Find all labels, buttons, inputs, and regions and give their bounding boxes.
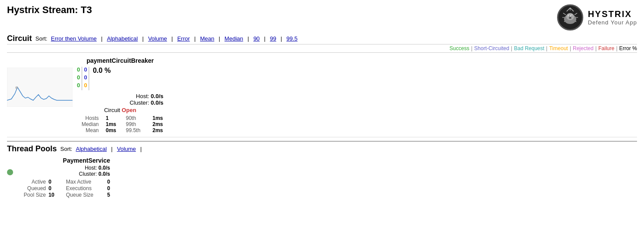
mean-label: Mean — [77, 127, 99, 133]
counter-orange-1: 0 — [84, 82, 87, 89]
sort-error-volume[interactable]: Error then Volume — [51, 35, 97, 42]
pool-size-row: Pool Size 10 — [17, 192, 57, 198]
stats-row-mean: Mean 0ms 99.5th 2ms — [77, 127, 163, 133]
counter-blue-2: 0 — [84, 74, 87, 82]
counter-green-3: 0 — [77, 82, 80, 89]
sort-mean[interactable]: Mean — [200, 35, 215, 42]
legend-success: Success — [450, 45, 469, 51]
counter-blue-1: 0 — [84, 66, 87, 74]
sort-median[interactable]: Median — [225, 35, 243, 42]
circuit-sort-label: Sort: — [35, 35, 47, 42]
counter-col-green: 0 0 0 — [77, 66, 80, 90]
svg-point-17 — [570, 17, 571, 18]
legend-bad-request: Bad Request — [514, 45, 544, 51]
logo-subtitle: Defend Your App — [588, 19, 637, 26]
svg-point-15 — [571, 16, 572, 17]
sort-90[interactable]: 90 — [253, 35, 260, 42]
active-label: Active — [17, 179, 46, 185]
pool-stats-right: Max Active 0 Executions 0 Queue Size 5 — [66, 179, 110, 198]
counter-col-blue: 0 0 0 — [84, 66, 87, 90]
circuit-name: paymentCircuitBreaker — [77, 57, 163, 64]
pool-max-active-row: Max Active 0 — [66, 179, 110, 185]
legend-failure: Failure — [599, 45, 615, 51]
median-value: 1ms — [106, 121, 119, 127]
svg-point-14 — [569, 16, 570, 17]
p90-value: 1ms — [152, 115, 163, 121]
legend-row: Success | Short-Circuited | Bad Request … — [7, 44, 637, 53]
stats-row-median: Median 1ms 99th 2ms — [77, 121, 163, 127]
p99-value: 2ms — [152, 121, 163, 127]
hosts-value: 1 — [106, 115, 119, 121]
p995-value: 2ms — [152, 127, 163, 133]
pool-queue-size-row: Queue Size 5 — [66, 192, 110, 198]
p99-label: 99th — [126, 121, 145, 127]
executions-label: Executions — [66, 185, 101, 191]
thread-sort-label: Sort: — [60, 146, 72, 152]
median-label: Median — [77, 121, 99, 127]
sort-995[interactable]: 99.5 — [287, 35, 298, 42]
legend-timeout: Timeout — [549, 45, 568, 51]
pool-card: PaymentService Host: 0.0/s Cluster: 0.0/… — [7, 155, 637, 201]
logo-text: HYSTRIX Defend Your App — [588, 9, 637, 26]
p995-label: 99.5th — [126, 127, 145, 133]
pool-host-line: Host: 0.0/s — [17, 165, 110, 171]
p90-label: 90th — [126, 115, 145, 121]
hosts-label: Hosts — [77, 115, 99, 121]
pool-dot-icon — [7, 169, 13, 175]
pool-active-row: Active 0 — [17, 179, 57, 185]
logo-title: HYSTRIX — [588, 9, 637, 19]
pool-queued-row: Queued 0 — [17, 185, 57, 191]
svg-point-19 — [15, 86, 18, 89]
host-rate: 0.0/s — [151, 93, 163, 99]
stats-row-hosts: Hosts 1 90th 1ms — [77, 115, 163, 121]
cluster-line: Cluster: 0.0/s — [77, 99, 163, 106]
svg-point-11 — [566, 13, 574, 20]
page-title: Hystrix Stream: T3 — [7, 4, 92, 16]
circuit-open-status: Open — [122, 107, 136, 113]
host-cluster: Host: 0.0/s Cluster: 0.0/s — [77, 93, 163, 106]
hedgehog-svg — [559, 6, 582, 29]
sort-alphabetical[interactable]: Alphabetical — [107, 35, 138, 42]
executions-value: 0 — [104, 185, 110, 191]
circuit-info: paymentCircuitBreaker 0 0 0 0 0 0 0.0 % … — [77, 57, 163, 133]
legend-short-circuited: Short-Circuited — [474, 45, 509, 51]
circuit-graph — [7, 68, 73, 107]
counter-divider-2 — [89, 67, 89, 90]
queued-value: 0 — [48, 185, 57, 191]
pool-executions-row: Executions 0 — [66, 185, 110, 191]
header: Hystrix Stream: T3 — [7, 4, 637, 31]
legend-error-pct: Error % — [619, 45, 637, 51]
logo-icon — [557, 4, 583, 31]
queue-size-value: 5 — [104, 192, 110, 198]
max-active-label: Max Active — [66, 179, 101, 185]
counter-green-1: 0 — [77, 66, 80, 74]
circuit-card: paymentCircuitBreaker 0 0 0 0 0 0 0.0 % … — [7, 55, 637, 137]
pool-hc: Host: 0.0/s Cluster: 0.0/s — [17, 165, 110, 177]
circuit-label: Circuit — [7, 34, 32, 43]
thread-pools-label: Thread Pools — [7, 144, 57, 153]
thread-pools-section-header: Thread Pools Sort: Alphabetical | Volume… — [7, 141, 637, 153]
pool-stats-table: Active 0 Queued 0 Pool Size 10 Max Activ… — [17, 179, 110, 198]
sort-error[interactable]: Error — [177, 35, 190, 42]
sparkline-svg — [7, 68, 73, 107]
queue-size-label: Queue Size — [66, 192, 101, 198]
circuit-word: Circuit — [104, 107, 120, 113]
sort-volume[interactable]: Volume — [148, 35, 167, 42]
pool-host-rate: 0.0/s — [98, 165, 110, 171]
pool-size-value: 10 — [48, 192, 57, 198]
active-value: 0 — [48, 179, 57, 185]
thread-sort-volume[interactable]: Volume — [117, 146, 136, 152]
pool-size-label: Pool Size — [17, 192, 46, 198]
counter-green-2: 0 — [77, 74, 80, 82]
host-line: Host: 0.0/s — [77, 93, 163, 99]
counter-divider-1 — [82, 67, 82, 90]
pool-cluster-line: Cluster: 0.0/s — [17, 171, 110, 177]
pool-cluster-rate: 0.0/s — [98, 171, 110, 177]
thread-sort-alphabetical[interactable]: Alphabetical — [76, 146, 107, 152]
legend-rejected: Rejected — [573, 45, 593, 51]
sort-99[interactable]: 99 — [270, 35, 276, 42]
mean-value: 0ms — [106, 127, 119, 133]
pool-stats-left: Active 0 Queued 0 Pool Size 10 — [17, 179, 57, 198]
pool-info: PaymentService Host: 0.0/s Cluster: 0.0/… — [17, 157, 110, 198]
counters-row: 0 0 0 0 0 0 0.0 % — [77, 66, 163, 90]
